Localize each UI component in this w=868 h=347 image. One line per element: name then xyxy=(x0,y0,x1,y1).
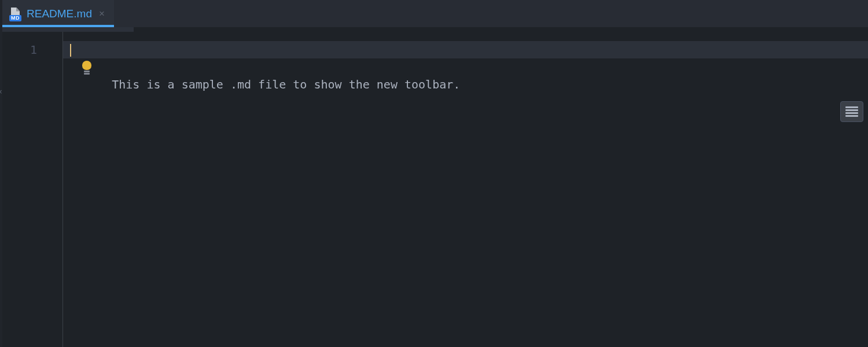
text-caret xyxy=(70,44,71,57)
intention-bulb-icon[interactable] xyxy=(80,61,93,76)
editor-tab[interactable]: MD README.md × xyxy=(2,0,114,27)
editor-pane[interactable]: 1 This is a sample .md file to show the … xyxy=(2,32,868,347)
hamburger-lines xyxy=(845,106,858,117)
editor-code-area[interactable]: This is a sample .md file to show the ne… xyxy=(62,32,868,347)
code-line-text: This is a sample .md file to show the ne… xyxy=(112,77,460,91)
editor-gutter[interactable]: 1 xyxy=(2,32,62,347)
line-number[interactable]: 1 xyxy=(2,41,62,58)
close-icon[interactable]: × xyxy=(98,9,106,19)
filetype-badge: MD xyxy=(9,15,21,21)
reader-mode-icon[interactable] xyxy=(840,101,863,122)
tab-active-underline-extension xyxy=(2,27,134,32)
tab-filename: README.md xyxy=(27,8,92,20)
markdown-file-icon: MD xyxy=(9,8,21,20)
code-line[interactable]: This is a sample .md file to show the ne… xyxy=(63,41,868,58)
editor-tabs-bar: MD README.md × xyxy=(2,0,868,27)
